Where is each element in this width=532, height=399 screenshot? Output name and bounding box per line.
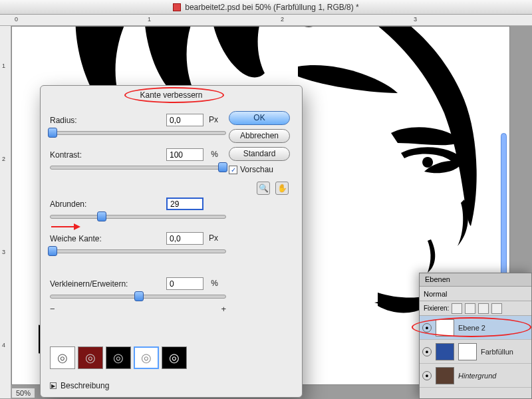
preview-label: Vorschau [240,165,273,174]
layers-tab[interactable]: Ebenen [420,273,531,287]
contract-input[interactable] [166,277,203,290]
smooth-slider[interactable] [50,215,226,219]
preview-swatch-5[interactable]: ◎ [162,346,187,369]
dialog-title: Kante verbessern [41,86,302,104]
contract-label: Verkleinern/Erweitern: [50,279,128,289]
scrollbar-vertical[interactable] [501,133,507,279]
contract-slider[interactable] [50,295,226,299]
refine-edge-dialog: Kante verbessern OK Abbrechen Standard ✓… [40,85,303,398]
layer-name: Farbfüllun [481,348,513,356]
radius-slider[interactable] [50,131,226,135]
preview-checkbox-row: ✓ Vorschau [229,165,294,174]
smooth-label: Abrunden: [50,200,86,209]
contrast-label: Kontrast: [50,150,82,160]
contract-range: − + [50,304,226,314]
feather-slider[interactable] [50,249,226,253]
description-label: Beschreibung [61,381,109,390]
radius-label: Radius: [50,116,77,125]
disclosure-triangle-icon: ▶ [50,382,57,389]
hand-icon[interactable]: ✋ [275,182,289,195]
default-button[interactable]: Standard [229,147,290,161]
window-titlebar[interactable]: bearbeitet2.psd bei 50% (Farbfüllung 1, … [0,0,532,15]
visibility-icon[interactable]: ● [422,323,432,332]
feather-input[interactable] [166,232,203,245]
layer-thumbnail[interactable] [436,319,454,336]
contract-unit: % [211,279,218,288]
radius-unit: Px [209,115,218,124]
contrast-row: Kontrast: % [50,148,222,160]
cancel-button[interactable]: Abbrechen [229,129,290,143]
radius-input[interactable] [166,114,203,126]
description-toggle[interactable]: ▶ Beschreibung [50,381,109,390]
lock-transparency-icon[interactable] [452,303,462,314]
preview-swatch-4[interactable]: ◎ [134,346,159,369]
plus-label: + [221,304,226,314]
feather-row: Weiche Kante: Px [50,232,222,244]
zoom-level[interactable]: 50% [12,388,35,398]
smooth-input[interactable] [166,198,203,210]
layer-name: Hintergrund [458,372,496,380]
layer-thumbnail[interactable] [436,343,454,360]
ok-button[interactable]: OK [229,111,290,125]
minus-label: − [50,304,55,314]
preview-swatches: ◎ ◎ ◎ ◎ ◎ [50,346,187,369]
zoom-icon[interactable]: 🔍 [257,182,270,195]
layers-blend-mode[interactable]: Normal [420,287,531,301]
layer-row-hintergrund[interactable]: ● Hintergrund [420,364,531,388]
ruler-vertical[interactable]: 1 2 3 4 [0,26,11,398]
preview-checkbox[interactable]: ✓ [229,166,237,174]
layer-row-farbfuellung[interactable]: ● Farbfüllun [420,340,531,364]
layer-thumbnail[interactable] [436,367,454,384]
layer-mask-thumbnail[interactable] [458,343,477,360]
preview-swatch-2[interactable]: ◎ [78,346,103,369]
preview-swatch-3[interactable]: ◎ [106,346,131,369]
ruler-horizontal[interactable]: 0 1 2 3 [0,15,532,26]
visibility-icon[interactable]: ● [422,347,432,356]
preview-swatch-1[interactable]: ◎ [50,346,75,369]
annotation-arrow [51,223,82,230]
lock-position-icon[interactable] [478,303,489,314]
smooth-row: Abrunden: [50,198,222,209]
feather-slider-thumb[interactable] [48,246,57,256]
file-icon [173,3,181,11]
layers-lock-row: Fixieren: [420,301,531,316]
contract-slider-thumb[interactable] [134,291,144,301]
contrast-unit: % [211,150,218,159]
visibility-icon[interactable]: ● [422,371,432,380]
contract-row: Verkleinern/Erweitern: % [50,277,222,289]
layer-row-ebene2[interactable]: ● Ebene 2 [420,316,531,340]
lock-pixels-icon[interactable] [465,303,475,314]
smooth-slider-thumb[interactable] [97,211,106,221]
radius-slider-thumb[interactable] [48,128,57,138]
contrast-slider[interactable] [50,166,226,170]
feather-unit: Px [209,233,218,243]
contrast-input[interactable] [166,148,203,161]
radius-row: Radius: Px [50,114,222,126]
dialog-buttons: OK Abbrechen Standard ✓ Vorschau [229,111,294,174]
layer-name: Ebene 2 [458,324,485,332]
window-title: bearbeitet2.psd bei 50% (Farbfüllung 1, … [185,3,358,12]
lock-all-icon[interactable] [491,303,502,314]
feather-label: Weiche Kante: [50,234,102,243]
contrast-slider-thumb[interactable] [218,162,227,172]
dialog-tool-icons: 🔍 ✋ [257,182,289,195]
lock-label: Fixieren: [424,305,449,312]
layers-panel: Ebenen Normal Fixieren: ● Ebene 2 ● Farb… [419,273,532,399]
